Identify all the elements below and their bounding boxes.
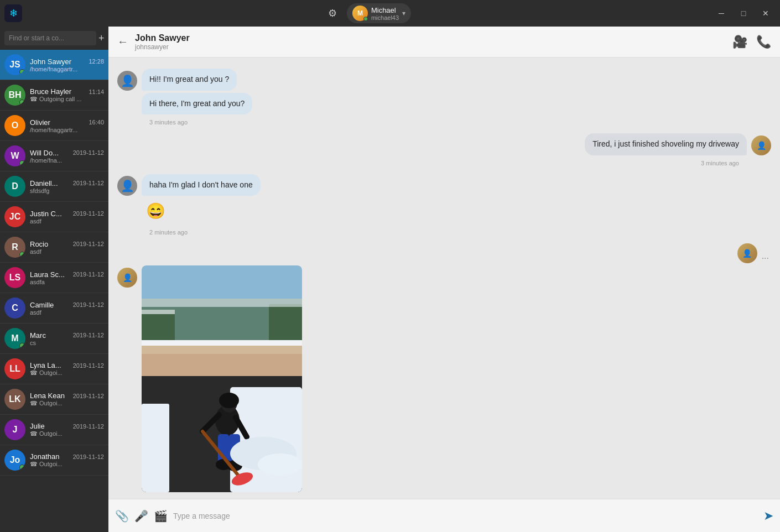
contact-preview: ☎ Outgoi... [30,369,104,377]
contact-preview: ☎ Outgoing call ... [30,96,104,103]
contact-name: Julie [30,422,45,430]
contact-info: Jonathan2019-11-12☎ Outgoi... [30,452,104,468]
contact-item[interactable]: JCJustin C...2019-11-12asdf [0,202,108,232]
contact-info: Rocio2019-11-12asdf [30,240,104,255]
svg-rect-11 [142,404,169,492]
voice-call-button[interactable]: 📞 [756,35,771,49]
contact-info: Marc2019-11-12cs [30,331,104,346]
contact-time: 2019-11-12 [73,149,104,156]
contact-preview: ☎ Outgoi... [30,461,104,468]
minimize-button[interactable]: ─ [711,6,731,21]
contact-info: Lyna La...2019-11-12☎ Outgoi... [30,361,104,377]
maximize-button[interactable]: □ [734,6,753,21]
add-conversation-button[interactable]: + [98,31,105,45]
contact-item[interactable]: CCamille2019-11-12asdf [0,293,108,324]
contact-info: Daniell...2019-11-12sfdsdfg [30,179,104,194]
contact-time: 2019-11-12 [73,393,104,399]
timestamp: 3 minutes ago [117,158,771,168]
contact-item[interactable]: JoJonathan2019-11-12☎ Outgoi... [0,445,108,476]
chevron-down-icon: ▾ [402,9,405,17]
contact-item[interactable]: RRocio2019-11-12asdf [0,232,108,263]
sidebar: + JSJohn Sawyer12:28/home/fnaggartr...BH… [0,27,108,532]
contact-item[interactable]: LKLena Kean2019-11-12☎ Outgoi... [0,384,108,415]
chat-contact-name: John Sawyer [135,33,190,43]
contact-name: Daniell... [30,179,58,187]
online-indicator [19,252,25,257]
message-bubble-emoji: 😄 [142,198,170,224]
contact-item[interactable]: OOlivier16:40/home/fnaggartr... [0,111,108,141]
username: Michael [371,6,399,14]
contact-info: Will Do...2019-11-12/home/fna... [30,149,104,164]
contact-item[interactable]: JSJohn Sawyer12:28/home/fnaggartr... [0,50,108,80]
contact-preview: asdfa [30,279,104,285]
message-group: 👤 Hi!! I'm great and you ? Hi there, I'm… [117,69,771,127]
user-info: Michael michael43 [371,6,399,21]
contact-preview: /home/fnaggartr... [30,66,104,72]
contact-info: Julie2019-11-12☎ Outgoi... [30,422,104,437]
contact-name: Lyna La... [30,361,61,369]
contact-item[interactable]: JJulie2019-11-12☎ Outgoi... [0,415,108,445]
search-bar: + [0,27,108,50]
contact-item[interactable]: LSLaura Sc...2019-11-12asdfa [0,263,108,293]
search-input[interactable] [4,31,96,45]
contact-name: Will Do... [30,149,59,157]
chat-area: ← John Sawyer johnsawyer 🎥 📞 👤 Hi!! I'm … [108,27,780,532]
contact-preview: asdf [30,218,104,225]
avatar: 👤 [751,135,771,155]
avatar: BH [4,85,25,106]
contact-name: Bruce Hayler [30,87,71,96]
avatar: D [4,176,25,197]
avatar: LK [4,389,25,410]
avatar: J [4,419,25,440]
svg-point-24 [258,453,302,476]
settings-button[interactable]: ⚙ [323,3,342,23]
online-indicator [19,465,25,470]
titlebar: ❄ ⚙ M Michael michael43 ▾ ─ □ ✕ [0,0,780,27]
contact-time: 2019-11-12 [73,423,104,430]
messages-container: 👤 Hi!! I'm great and you ? Hi there, I'm… [108,58,780,499]
online-indicator [19,160,25,166]
input-area: 📎 🎤 🎬 ➤ [108,499,780,532]
chat-header-right: 🎥 📞 [732,35,771,49]
contact-time: 2019-11-12 [73,210,104,217]
online-indicator [363,17,368,21]
svg-rect-4 [142,299,302,307]
svg-point-14 [219,393,239,408]
video-message-button[interactable]: 🎬 [154,509,168,523]
attach-button[interactable]: 📎 [115,509,129,523]
audio-button[interactable]: 🎤 [134,509,148,523]
titlebar-left: ❄ [4,4,22,22]
message-input[interactable] [173,512,758,520]
chat-contact-handle: johnsawyer [135,43,190,51]
contact-info: Lena Kean2019-11-12☎ Outgoi... [30,392,104,407]
avatar: 👤 [117,176,137,196]
contact-preview: cs [30,340,104,346]
contact-name: Rocio [30,240,48,248]
message-options-icon[interactable]: ··· [762,253,769,263]
message-row: 👤 Tired, i just finished shoveling my dr… [117,133,771,155]
message-group: 👤 haha I'm glad I don't have one 😄 2 min… [117,174,771,237]
contact-name: Justin C... [30,210,62,218]
back-button[interactable]: ← [117,35,128,48]
user-pill[interactable]: M Michael michael43 ▾ [347,3,411,23]
contact-time: 2019-11-12 [73,301,104,308]
contact-item[interactable]: BHBruce Hayler11:14☎ Outgoing call ... [0,80,108,111]
contact-item[interactable]: DDaniell...2019-11-12sfdsdfg [0,171,108,202]
video-call-button[interactable]: 🎥 [732,35,747,49]
contact-preview: asdf [30,309,104,316]
message-row: 👤 haha I'm glad I don't have one [117,174,771,196]
message-image [142,265,302,492]
contact-preview: /home/fna... [30,157,104,164]
contact-time: 2019-11-12 [73,332,104,338]
contact-info: Camille2019-11-12asdf [30,301,104,316]
contact-name: Jonathan [30,452,60,461]
contact-item[interactable]: MMarc2019-11-12cs [0,324,108,354]
send-button[interactable]: ➤ [763,509,773,523]
close-button[interactable]: ✕ [756,6,776,21]
contact-item[interactable]: LLLyna La...2019-11-12☎ Outgoi... [0,354,108,384]
contact-name: Camille [30,301,54,309]
contact-item[interactable]: WWill Do...2019-11-12/home/fna... [0,141,108,171]
contact-info: Bruce Hayler11:14☎ Outgoing call ... [30,87,104,103]
avatar: R [4,237,25,258]
contact-name: Olivier [30,118,50,127]
